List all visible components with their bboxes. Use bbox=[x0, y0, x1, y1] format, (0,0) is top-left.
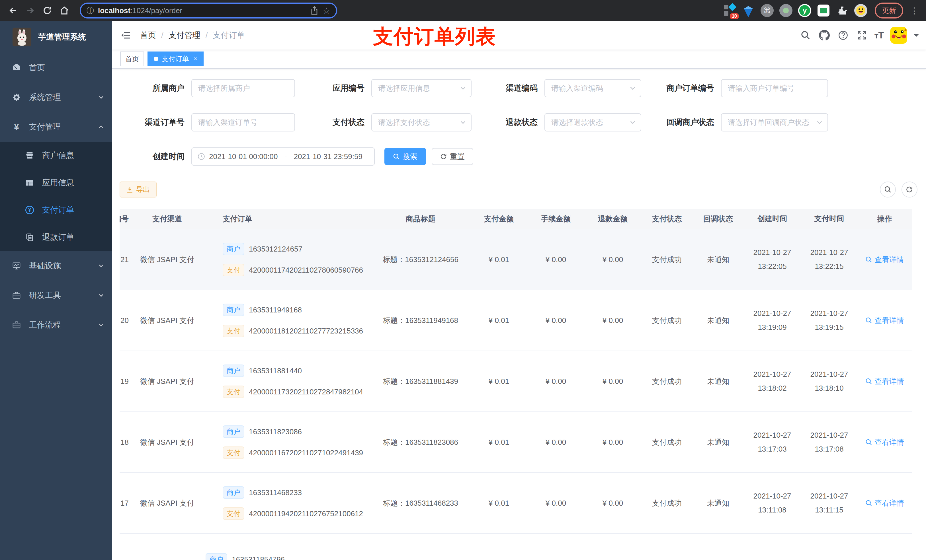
search-button[interactable]: 搜索 bbox=[384, 148, 426, 165]
cell-created: 2021-10-2713:18:02 bbox=[744, 351, 801, 412]
grid-table-icon bbox=[25, 178, 34, 187]
channel-order-input-box[interactable] bbox=[191, 113, 295, 131]
cell-amount: ¥ 0.01 bbox=[471, 412, 527, 472]
channel-code-input[interactable] bbox=[551, 84, 626, 93]
refund-status-select[interactable] bbox=[545, 113, 641, 131]
update-button[interactable]: 更新 bbox=[875, 3, 903, 18]
font-size-icon[interactable]: TT bbox=[875, 30, 884, 41]
browser-back-icon[interactable] bbox=[6, 3, 21, 18]
address-bar[interactable]: ⓘ i localhost:1024/pay/order ☆ bbox=[80, 3, 337, 18]
channel-order-input[interactable] bbox=[198, 118, 290, 127]
filter-channel-code: 渠道编码 bbox=[472, 79, 641, 97]
payment-submenu: 商户信息 应用信息 ¥ 支付订单 退款订单 bbox=[0, 142, 112, 251]
reset-button[interactable]: 重置 bbox=[432, 148, 473, 165]
extension-grid-icon[interactable]: 10 bbox=[723, 4, 736, 17]
cell-pay-order: 商户1635311949168 支付4200001181202110277723… bbox=[206, 290, 371, 350]
cell-actions: 查看详情 bbox=[858, 351, 912, 412]
extension-puzzle-icon[interactable] bbox=[835, 4, 849, 17]
chevron-down-icon bbox=[460, 119, 466, 126]
toolbar-right bbox=[880, 181, 917, 198]
view-detail-link[interactable]: 查看详情 bbox=[865, 376, 904, 386]
extension-emoji-icon[interactable] bbox=[854, 4, 867, 17]
sidebar-item-infrastructure[interactable]: 基础设施 bbox=[0, 251, 112, 281]
fullscreen-icon[interactable] bbox=[856, 29, 868, 42]
extension-gem-icon[interactable] bbox=[741, 4, 755, 17]
merchant-order-input-box[interactable] bbox=[721, 79, 828, 97]
cell-id: 20 bbox=[120, 290, 129, 350]
pay-badge: 支付 bbox=[223, 264, 244, 276]
tag-pay-order[interactable]: 支付订单 × bbox=[147, 51, 204, 66]
export-button[interactable]: 导出 bbox=[120, 181, 157, 198]
sidebar-item-home[interactable]: 首页 bbox=[0, 53, 112, 83]
sidebar-item-label: 支付管理 bbox=[29, 122, 61, 132]
extension-chat-icon[interactable] bbox=[817, 4, 830, 17]
extension-dot-icon[interactable] bbox=[779, 4, 793, 17]
merchant-select-input[interactable] bbox=[198, 84, 290, 93]
sidebar-item-app-info[interactable]: 应用信息 bbox=[0, 169, 112, 196]
browser-toolbar: ⓘ i localhost:1024/pay/order ☆ 10 ⌘ y 更新… bbox=[0, 0, 926, 21]
cell-fee: ¥ 0.00 bbox=[527, 412, 584, 472]
share-icon[interactable] bbox=[310, 6, 319, 15]
bookmark-star-icon[interactable]: ☆ bbox=[322, 6, 330, 16]
merchant-order-no: 1635311823086 bbox=[249, 427, 302, 436]
pay-status-select[interactable] bbox=[371, 113, 472, 131]
extension-command-icon[interactable]: ⌘ bbox=[760, 4, 774, 17]
sidebar-item-dev-tools[interactable]: 研发工具 bbox=[0, 281, 112, 310]
cell-paid: 2021-10-2713:18:10 bbox=[801, 351, 858, 412]
view-detail-link[interactable]: 查看详情 bbox=[865, 498, 904, 508]
pay-status-input[interactable] bbox=[378, 118, 456, 127]
app-select-input[interactable] bbox=[378, 84, 456, 93]
sidebar-item-merchant-info[interactable]: 商户信息 bbox=[0, 142, 112, 169]
view-detail-link[interactable]: 查看详情 bbox=[865, 255, 904, 265]
merchant-order-input[interactable] bbox=[728, 84, 823, 93]
cell-paid: 2021-10-2713:19:15 bbox=[801, 290, 858, 350]
sidebar-logo[interactable]: 芋道管理系统 bbox=[0, 21, 112, 53]
show-search-toggle-button[interactable] bbox=[880, 181, 896, 198]
breadcrumb-section[interactable]: 支付管理 bbox=[169, 30, 200, 41]
briefcase-icon bbox=[12, 320, 21, 329]
sidebar-item-payment[interactable]: ¥ 支付管理 bbox=[0, 112, 112, 142]
merchant-select[interactable] bbox=[191, 79, 295, 97]
view-detail-link[interactable]: 查看详情 bbox=[865, 437, 904, 447]
chevron-up-icon bbox=[98, 124, 104, 130]
app-select[interactable] bbox=[371, 79, 472, 97]
merchant-order-no: 1635311468233 bbox=[249, 488, 302, 497]
browser-menu-icon[interactable]: ⋮ bbox=[908, 6, 920, 16]
browser-forward-icon[interactable] bbox=[23, 3, 38, 18]
breadcrumb: 首页 / 支付管理 / 支付订单 bbox=[140, 30, 245, 41]
cell-created: 2021-10-2713:17:03 bbox=[744, 412, 801, 472]
refresh-button[interactable] bbox=[902, 181, 917, 198]
cell-title: 标题：1635311823086 bbox=[371, 412, 471, 472]
extension-y-icon[interactable]: y bbox=[798, 4, 811, 17]
pay-order-no: 4200001194202110276752100612 bbox=[249, 509, 363, 518]
notify-status-select[interactable] bbox=[721, 113, 828, 131]
refund-status-input[interactable] bbox=[551, 118, 626, 127]
search-icon[interactable] bbox=[799, 29, 812, 42]
merchant-order-no: 1635311949168 bbox=[249, 306, 302, 314]
tag-home[interactable]: 首页 bbox=[120, 51, 144, 66]
sidebar-item-pay-order[interactable]: ¥ 支付订单 bbox=[0, 196, 112, 223]
site-info-icon[interactable]: ⓘ bbox=[86, 6, 94, 16]
pay-order-no: 4200001181202110277723215336 bbox=[249, 327, 363, 335]
breadcrumb-home[interactable]: 首页 bbox=[140, 30, 156, 41]
notify-status-input[interactable] bbox=[728, 118, 813, 127]
documents-icon bbox=[25, 233, 34, 242]
view-detail-link[interactable]: 查看详情 bbox=[865, 315, 904, 326]
sidebar-item-workflow[interactable]: 工作流程 bbox=[0, 310, 112, 340]
help-icon[interactable] bbox=[837, 29, 849, 42]
date-range-picker[interactable]: 2021-10-01 00:00:00 - 2021-10-31 23:59:5… bbox=[191, 147, 375, 166]
date-end: 2021-10-31 23:59:59 bbox=[294, 152, 362, 161]
sidebar-item-label: 工作流程 bbox=[29, 320, 61, 331]
browser-reload-icon[interactable] bbox=[40, 3, 54, 18]
browser-home-icon[interactable] bbox=[57, 3, 72, 18]
sidebar-item-refund-order[interactable]: 退款订单 bbox=[0, 223, 112, 251]
avatar-caret-icon[interactable] bbox=[914, 34, 919, 39]
github-icon[interactable] bbox=[818, 29, 831, 42]
filter-pay-status: 支付状态 bbox=[295, 113, 472, 131]
channel-code-select[interactable] bbox=[545, 79, 641, 97]
tag-close-icon[interactable]: × bbox=[194, 55, 197, 63]
sidebar-toggle-icon[interactable] bbox=[121, 30, 131, 41]
cell-created: 2021-10-2713:19:09 bbox=[744, 290, 801, 350]
avatar[interactable] bbox=[890, 27, 907, 44]
sidebar-item-system[interactable]: 系统管理 bbox=[0, 83, 112, 112]
